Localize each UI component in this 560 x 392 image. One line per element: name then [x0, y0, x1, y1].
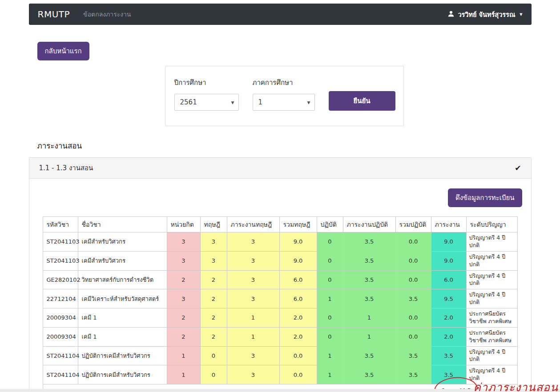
- table-cell: 3: [227, 232, 279, 252]
- panel-header[interactable]: 1.1 - 1.3 งานสอน ✔: [29, 158, 531, 179]
- table-cell: 0: [317, 270, 343, 289]
- column-header: ระดับปริญญา: [466, 217, 517, 232]
- nav-item-workload-agreement[interactable]: ข้อตกลงภาระงาน: [83, 9, 131, 19]
- table-cell: 0.0: [395, 251, 431, 270]
- teaching-workload-panel: 1.1 - 1.3 งานสอน ✔ ดึงข้อมูลการทะเบียน ร…: [29, 157, 532, 392]
- page-container: RMUTP ข้อตกลงภาระงาน วรวิทย์ จันทร์สุวรร…: [29, 4, 532, 392]
- table-cell: ปริญญาตรี 4 ปี ปกติ: [466, 232, 517, 252]
- table-cell: 0.0: [279, 346, 317, 365]
- column-header: ทฤษฎี: [200, 217, 227, 232]
- chevron-down-icon: ▼: [231, 100, 234, 105]
- semester-select[interactable]: 1 ▼: [253, 94, 315, 111]
- table-cell: 9.0: [431, 232, 466, 252]
- table-cell: 3: [167, 289, 200, 308]
- table-cell: 0: [317, 251, 343, 270]
- table-cell: 1: [227, 308, 279, 328]
- table-cell: GE2820102: [43, 270, 78, 289]
- table-cell: เคมีสำหรับวิศวกร: [78, 232, 167, 252]
- table-cell: วิทยาศาสตร์กับการดำรงชีวิต: [78, 270, 167, 289]
- table-cell: 2: [200, 289, 227, 308]
- navbar: RMUTP ข้อตกลงภาระงาน วรวิทย์ จันทร์สุวรร…: [29, 4, 532, 25]
- table-cell: 2: [167, 327, 200, 346]
- table-cell: 0: [200, 346, 227, 365]
- table-cell: 3.5: [395, 365, 431, 384]
- table-row: ST2041104ปฏิบัติการเคมีสำหรับวิศวกร1030.…: [43, 365, 517, 384]
- table-row: 20009304เคมี 12212.0010.02.0ประกาศนียบัต…: [43, 327, 517, 346]
- table-row: ST2041104ปฏิบัติการเคมีสำหรับวิศวกร1030.…: [43, 346, 517, 365]
- table-cell: 0.0: [395, 308, 431, 328]
- chevron-down-icon: ▼: [520, 12, 522, 16]
- confirm-button[interactable]: ยืนยัน: [329, 91, 395, 111]
- table-row: GE2820102วิทยาศาสตร์กับการดำรงชีวิต2236.…: [43, 270, 517, 289]
- table-cell: 1: [317, 346, 343, 365]
- check-icon: ✔: [515, 164, 521, 172]
- fetch-registration-button[interactable]: ดึงข้อมูลการทะเบียน: [448, 188, 522, 207]
- table-cell: 20009304: [43, 327, 78, 346]
- table-cell: ST2041104: [43, 346, 78, 365]
- user-menu[interactable]: วรวิทย์ จันทร์สุวรรณ ▼: [447, 9, 522, 20]
- table-cell: 3.5: [343, 270, 395, 289]
- column-header: หน่วยกิต: [167, 217, 200, 232]
- table-cell: 6.0: [431, 270, 466, 289]
- table-cell: เคมีสำหรับวิศวกร: [78, 251, 167, 270]
- year-select-value: 2561: [180, 98, 197, 106]
- table-cell: 3: [227, 346, 279, 365]
- table-cell: 3.5: [343, 365, 395, 384]
- table-row: 22712104เคมีวิเคราะห์สำหรับวัสดุศาสตร์32…: [43, 289, 517, 308]
- year-field: ปีการศึกษา 2561 ▼: [174, 77, 239, 111]
- table-cell: ปริญญาตรี 4 ปี ปกติ: [466, 289, 517, 308]
- table-cell: 3: [167, 232, 200, 252]
- table-cell: 2: [167, 270, 200, 289]
- user-icon: [447, 10, 455, 19]
- table-cell: ประกาศนียบัตรวิชาชีพ ภาคพิเศษ: [466, 308, 517, 328]
- table-cell: 1: [343, 327, 395, 346]
- column-header: ปฏิบัติ: [317, 217, 343, 232]
- panel-body: ดึงข้อมูลการทะเบียน รหัสวิชาชื่อวิชาหน่ว…: [29, 179, 531, 392]
- table-cell: ST2041103: [43, 251, 78, 270]
- column-header: ภาระงาน: [431, 217, 466, 232]
- table-cell: 3: [227, 270, 279, 289]
- table-cell: 9.0: [279, 251, 317, 270]
- table-cell: 3: [227, 365, 279, 384]
- table-cell: 0: [317, 308, 343, 328]
- table-cell: 1: [167, 365, 200, 384]
- table-cell: 2.0: [279, 308, 317, 328]
- table-cell: 1: [317, 365, 343, 384]
- user-name: วรวิทย์ จันทร์สุวรรณ: [458, 9, 515, 20]
- brand-logo[interactable]: RMUTP: [38, 9, 70, 20]
- column-header: รวมปฏิบัติ: [395, 217, 431, 232]
- table-row: 20009304เคมี 12212.0010.02.0ประกาศนียบัต…: [43, 308, 517, 328]
- table-cell: ปริญญาตรี 4 ปี ปกติ: [466, 346, 517, 365]
- column-header: รหัสวิชา: [43, 217, 78, 232]
- column-header: ชื่อวิชา: [78, 217, 167, 232]
- table-cell: 20009304: [43, 308, 78, 328]
- table-cell: เคมี 1: [78, 308, 167, 328]
- table-cell: ST2041104: [43, 365, 78, 384]
- table-cell: 2: [200, 308, 227, 328]
- table-cell: 3: [227, 289, 279, 308]
- table-cell: 0.0: [279, 365, 317, 384]
- table-cell: 1: [167, 346, 200, 365]
- table-cell: 2.0: [279, 327, 317, 346]
- table-cell: 2: [200, 327, 227, 346]
- table-cell: 1: [227, 327, 279, 346]
- back-home-button[interactable]: กลับหน้าแรก: [37, 42, 89, 60]
- semester-field: ภาคการศึกษา 1 ▼: [253, 77, 315, 111]
- table-cell: 3.5: [395, 346, 431, 365]
- table-cell: ST2041103: [43, 232, 78, 252]
- semester-label: ภาคการศึกษา: [253, 77, 315, 88]
- year-label: ปีการศึกษา: [174, 77, 239, 88]
- year-select[interactable]: 2561 ▼: [174, 94, 239, 111]
- table-cell: 3.5: [343, 251, 395, 270]
- table-cell: 3: [200, 251, 227, 270]
- table-cell: 3.5: [431, 365, 466, 384]
- table-cell: 3: [167, 251, 200, 270]
- column-header: รวมทฤษฎี: [279, 217, 317, 232]
- table-cell: 0.0: [395, 327, 431, 346]
- workload-table: รหัสวิชาชื่อวิชาหน่วยกิตทฤษฎีภาระงานทฤษฎ…: [43, 216, 518, 392]
- table-cell: ปฏิบัติการเคมีสำหรับวิศวกร: [78, 346, 167, 365]
- table-cell: 3.5: [343, 232, 395, 252]
- table-cell: 9.0: [279, 232, 317, 252]
- table-cell: 9.0: [431, 251, 466, 270]
- column-header: ภาระงานทฤษฎี: [227, 217, 279, 232]
